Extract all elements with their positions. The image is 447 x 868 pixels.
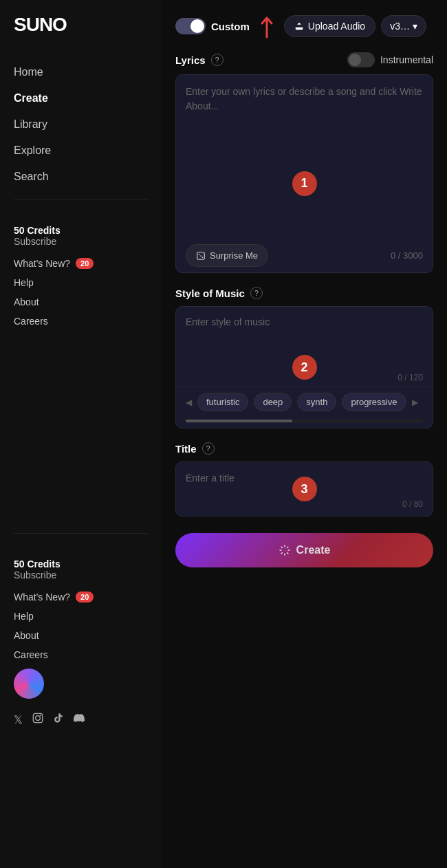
sidebar-link-help-1[interactable]: Help [14,277,148,288]
divider-2 [14,533,148,534]
create-icon [279,544,291,556]
sidebar-item-search[interactable]: Search [14,165,148,188]
sidebar-link-help-2[interactable]: Help [14,611,148,622]
sidebar-link-careers-1[interactable]: Careers [14,316,148,327]
tag-synth[interactable]: synth [297,393,336,411]
custom-toggle[interactable] [175,18,206,34]
chevron-down-icon: ▾ [413,21,417,32]
credits-section-1: 50 Credits Subscribe [14,225,148,247]
style-title: Style of Music [175,287,245,299]
surprise-me-button[interactable]: Surprise Me [186,244,268,267]
title-header: Title ? [175,442,433,455]
whats-new-row-1[interactable]: What's New? 20 [14,258,148,269]
title-char-count: 0 / 80 [402,499,423,509]
lyrics-textarea[interactable] [186,85,423,236]
whats-new-label-2: What's New? [14,592,70,603]
twitter-icon[interactable]: 𝕏 [14,713,23,726]
credits-section-2: 50 Credits Subscribe [14,558,148,581]
title-area: 3 0 / 80 [175,462,433,517]
svg-point-1 [36,716,41,721]
annotation-arrow [257,11,277,41]
tag-progressive[interactable]: progressive [342,393,406,411]
lyrics-title: Lyrics [175,54,206,66]
svg-point-4 [199,253,200,254]
step-badge-3: 3 [292,477,317,501]
whats-new-badge-2: 20 [76,592,94,603]
whats-new-badge-1: 20 [76,258,94,269]
sidebar-item-create[interactable]: Create [14,87,148,110]
instrumental-label: Instrumental [380,54,433,65]
svg-point-5 [201,257,203,258]
create-button[interactable]: Create [175,533,433,567]
instrumental-row: Instrumental [347,52,433,67]
custom-toggle-wrapper[interactable]: Custom [175,18,250,34]
top-bar: Custom Upload Audio v3… ▾ [175,11,433,41]
version-label: v3… [390,21,410,32]
upload-audio-button[interactable]: Upload Audio [284,15,375,37]
style-area: 2 0 / 120 ◀ futuristic deep synth progre… [175,306,433,428]
tiktok-icon[interactable] [53,713,64,726]
sidebar-link-careers-2[interactable]: Careers [14,649,148,660]
svg-point-2 [40,715,41,716]
lyrics-textarea-bottom: Surprise Me 0 / 3000 [186,244,423,267]
sidebar-link-about-2[interactable]: About [14,630,148,641]
tag-futuristic[interactable]: futuristic [197,393,248,411]
sidebar-link-about-1[interactable]: About [14,296,148,307]
sidebar-item-library[interactable]: Library [14,113,148,136]
whats-new-label-1: What's New? [14,258,70,269]
upload-icon [294,21,304,31]
subscribe-link-1[interactable]: Subscribe [14,236,148,247]
app-logo: SUNO [14,14,148,36]
sidebar: SUNO Home Create Library Explore Search … [0,0,162,868]
surprise-label: Surprise Me [210,250,258,261]
credits-amount-2: 50 Credits [14,558,148,569]
toggle-thumb [190,19,204,33]
style-tags-row: ◀ futuristic deep synth progressive ▶ [176,387,433,420]
scroll-left-icon[interactable]: ◀ [186,398,192,407]
create-label: Create [296,544,331,556]
sidebar-item-home[interactable]: Home [14,61,148,84]
instrumental-toggle[interactable] [347,52,375,67]
style-header: Style of Music ? [175,287,433,299]
lyrics-header-row: Lyrics ? Instrumental [175,52,433,67]
main-content: Custom Upload Audio v3… ▾ Lyrics [162,0,447,868]
lyrics-char-count: 0 / 3000 [391,250,423,261]
step-badge-1: 1 [292,171,317,196]
scroll-right-icon[interactable]: ▶ [412,398,418,407]
dice-icon [196,251,206,261]
step-badge-2: 2 [292,355,317,380]
instagram-icon[interactable] [32,713,43,726]
svg-point-6 [200,255,201,257]
title-help-icon[interactable]: ? [202,442,215,455]
social-icons: 𝕏 [14,713,148,726]
version-dropdown[interactable]: v3… ▾ [381,15,426,37]
whats-new-row-2[interactable]: What's New? 20 [14,592,148,603]
upload-label: Upload Audio [308,21,365,32]
lyrics-left: Lyrics ? [175,54,224,66]
title-section-label: Title [175,443,197,455]
custom-label: Custom [211,21,250,32]
discord-icon[interactable] [74,713,85,726]
subscribe-link-2[interactable]: Subscribe [14,569,148,581]
avatar[interactable] [14,669,44,699]
sidebar-item-explore[interactable]: Explore [14,139,148,162]
tag-deep[interactable]: deep [254,393,292,411]
divider-1 [14,199,148,200]
lyrics-help-icon[interactable]: ? [211,54,224,66]
nav-links: Home Create Library Explore Search [14,61,148,188]
lyrics-textarea-wrapper: 1 Surprise Me 0 / 3000 [175,74,433,273]
style-help-icon[interactable]: ? [250,287,263,299]
svg-rect-0 [33,713,42,722]
horizontal-scrollbar[interactable] [186,420,423,422]
credits-amount-1: 50 Credits [14,225,148,236]
scrollbar-fill [186,420,292,422]
instrumental-thumb [349,54,361,66]
